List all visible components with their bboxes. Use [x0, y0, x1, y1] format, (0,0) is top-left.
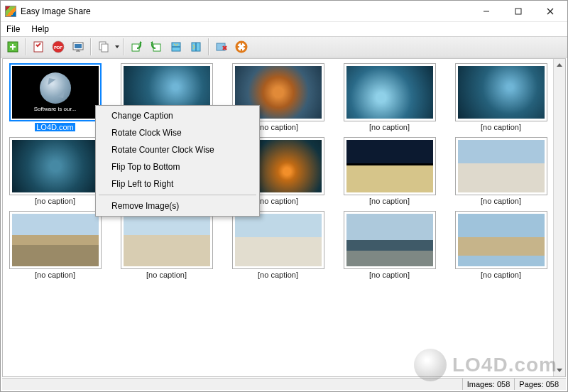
thumbnail[interactable]	[121, 211, 213, 269]
thumbnail-caption: LO4D.com	[35, 123, 75, 131]
svg-rect-7	[75, 44, 82, 48]
rotate-cw-button[interactable]	[127, 38, 146, 56]
pdf-button[interactable]: PDF	[49, 38, 67, 56]
thumbnail-image	[12, 214, 99, 266]
thumbnail[interactable]	[455, 63, 547, 121]
svg-point-18	[239, 45, 244, 49]
add-image-button[interactable]	[4, 38, 22, 56]
thumbnail-scroll[interactable]: Software is our...LO4D.com[no caption][n…	[3, 59, 553, 376]
rotate-ccw-button[interactable]	[147, 38, 165, 56]
app-icon	[5, 6, 16, 17]
thumbnail-image	[458, 140, 545, 192]
maximize-button[interactable]	[502, 1, 534, 21]
context-remove[interactable]: Remove Image(s)	[97, 197, 258, 214]
minimize-button[interactable]	[470, 1, 502, 21]
window-title: Easy Image Share	[21, 6, 91, 16]
thumbnail-caption: [no caption]	[258, 197, 298, 205]
context-flip-tb[interactable]: Flip Top to Bottom	[97, 158, 258, 175]
copy-button[interactable]	[94, 38, 113, 56]
thumbnail-caption: [no caption]	[35, 271, 75, 279]
help-button[interactable]	[232, 38, 251, 56]
thumbnail-image	[458, 214, 545, 266]
svg-rect-0	[515, 9, 521, 14]
thumbnail-caption: [no caption]	[146, 271, 187, 279]
thumbnail[interactable]	[344, 211, 436, 269]
thumbnail[interactable]	[344, 63, 436, 121]
menu-file[interactable]: File	[4, 23, 23, 35]
thumbnail-caption: [no caption]	[481, 197, 521, 205]
thumbnail-cell[interactable]: Software is our...LO4D.com	[6, 63, 104, 131]
context-menu: Change Caption Rotate Clock Wise Rotate …	[95, 105, 260, 217]
thumbnail-image	[124, 214, 210, 266]
watermark-icon	[414, 349, 447, 381]
svg-rect-9	[102, 44, 108, 52]
close-button[interactable]	[534, 1, 566, 21]
thumbnail-image	[12, 140, 99, 192]
options-button[interactable]	[29, 38, 48, 56]
thumbnail[interactable]	[9, 211, 102, 269]
thumbnail-caption: [no caption]	[369, 197, 410, 205]
thumbnail[interactable]: Software is our...	[9, 63, 102, 121]
toolbar: PDF	[1, 36, 567, 58]
thumbnail[interactable]	[9, 137, 102, 195]
context-flip-lr[interactable]: Flip Left to Right	[97, 175, 258, 192]
thumbnail-caption: [no caption]	[258, 271, 298, 279]
flip-horizontal-button[interactable]	[187, 38, 205, 56]
thumbnail-cell[interactable]: [no caption]	[229, 211, 327, 279]
thumbnail-image	[346, 66, 433, 119]
thumbnail-cell[interactable]: [no caption]	[452, 63, 550, 131]
svg-text:PDF: PDF	[54, 45, 62, 50]
thumbnail-image	[458, 66, 545, 119]
thumbnail[interactable]	[232, 211, 324, 269]
menu-help[interactable]: Help	[28, 23, 52, 35]
thumbnail-caption: [no caption]	[369, 271, 410, 279]
thumbnail-grid: Software is our...LO4D.com[no caption][n…	[6, 63, 550, 279]
menubar: File Help	[1, 22, 567, 36]
remove-button[interactable]	[212, 38, 231, 56]
context-separator	[99, 195, 256, 195]
thumbnail[interactable]	[455, 211, 547, 269]
thumbnail-image	[346, 140, 433, 192]
toolbar-separator	[123, 38, 124, 55]
context-rotate-ccw[interactable]: Rotate Counter Clock Wise	[97, 141, 258, 158]
thumbnail-cell[interactable]: [no caption]	[340, 63, 439, 131]
thumbnail-image	[235, 214, 322, 266]
thumbnail-cell[interactable]: [no caption]	[117, 211, 216, 279]
copy-dropdown[interactable]	[114, 38, 120, 56]
content-area: Software is our...LO4D.com[no caption][n…	[2, 58, 566, 377]
thumbnail-caption: [no caption]	[481, 123, 521, 131]
thumbnail-caption: [no caption]	[35, 197, 75, 205]
thumbnail-cell[interactable]: [no caption]	[452, 211, 550, 279]
thumbnail-caption: [no caption]	[369, 123, 410, 131]
thumbnail-caption: [no caption]	[481, 271, 521, 279]
thumbnail[interactable]	[344, 137, 436, 195]
toolbar-separator	[208, 38, 209, 55]
toolbar-separator	[90, 38, 92, 55]
watermark: LO4D.com	[414, 349, 557, 381]
vertical-scrollbar[interactable]	[553, 59, 565, 376]
svg-rect-2	[34, 42, 43, 52]
thumbnail-cell[interactable]: [no caption]	[6, 137, 104, 205]
thumbnail-caption: [no caption]	[258, 123, 298, 131]
slideshow-button[interactable]	[69, 38, 87, 56]
thumbnail-cell[interactable]: [no caption]	[340, 137, 439, 205]
titlebar: Easy Image Share	[1, 1, 567, 22]
context-rotate-cw[interactable]: Rotate Clock Wise	[97, 124, 258, 141]
flip-vertical-button[interactable]	[167, 38, 185, 56]
watermark-text: LO4D.com	[452, 354, 557, 376]
thumbnail-image	[346, 214, 433, 266]
thumbnail-cell[interactable]: [no caption]	[6, 211, 104, 279]
context-change-caption[interactable]: Change Caption	[97, 107, 258, 124]
toolbar-separator	[25, 38, 26, 55]
thumbnail-cell[interactable]: [no caption]	[340, 211, 439, 279]
scroll-up-button[interactable]	[554, 59, 565, 71]
thumbnail-cell[interactable]: [no caption]	[452, 137, 550, 205]
thumbnail[interactable]	[455, 137, 547, 195]
thumbnail-image: Software is our...	[12, 66, 99, 119]
